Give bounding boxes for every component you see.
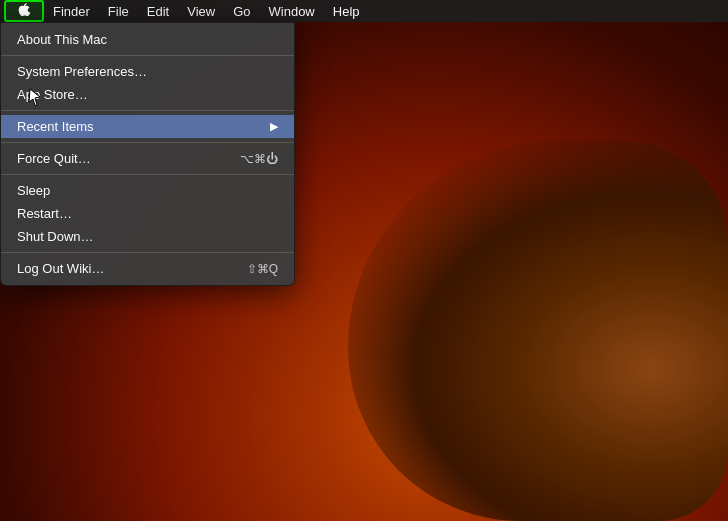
menu-separator-2	[1, 110, 294, 111]
menu-item-system-prefs[interactable]: System Preferences…	[1, 60, 294, 83]
menubar-window[interactable]: Window	[260, 0, 324, 22]
apple-logo-icon	[17, 3, 31, 20]
menu-item-app-store-label: App Store…	[17, 87, 278, 102]
menu-separator-5	[1, 252, 294, 253]
menu-item-sleep-label: Sleep	[17, 183, 278, 198]
submenu-arrow-icon: ▶	[270, 120, 278, 133]
menu-item-system-prefs-label: System Preferences…	[17, 64, 278, 79]
menu-separator-1	[1, 55, 294, 56]
apple-dropdown-menu: About This Mac System Preferences… App S…	[0, 22, 295, 286]
menu-item-recent-items-label: Recent Items	[17, 119, 260, 134]
menu-item-about-label: About This Mac	[17, 32, 278, 47]
menubar: Finder File Edit View Go Window Help	[0, 0, 728, 22]
menu-item-about[interactable]: About This Mac	[1, 28, 294, 51]
menu-item-sleep[interactable]: Sleep	[1, 179, 294, 202]
menubar-finder[interactable]: Finder	[44, 0, 99, 22]
menu-item-app-store[interactable]: App Store…	[1, 83, 294, 106]
menu-item-shut-down[interactable]: Shut Down…	[1, 225, 294, 248]
menu-item-restart-label: Restart…	[17, 206, 278, 221]
menu-item-restart[interactable]: Restart…	[1, 202, 294, 225]
menu-separator-3	[1, 142, 294, 143]
menubar-go[interactable]: Go	[224, 0, 259, 22]
menu-item-force-quit[interactable]: Force Quit… ⌥⌘⏻	[1, 147, 294, 170]
menubar-edit[interactable]: Edit	[138, 0, 178, 22]
menu-item-recent-items[interactable]: Recent Items ▶	[1, 115, 294, 138]
menubar-view[interactable]: View	[178, 0, 224, 22]
menu-item-logout-label: Log Out Wiki…	[17, 261, 237, 276]
menu-item-logout[interactable]: Log Out Wiki… ⇧⌘Q	[1, 257, 294, 280]
menu-item-shut-down-label: Shut Down…	[17, 229, 278, 244]
menubar-file[interactable]: File	[99, 0, 138, 22]
menu-item-force-quit-label: Force Quit…	[17, 151, 230, 166]
apple-menu-button[interactable]	[4, 0, 44, 22]
menu-separator-4	[1, 174, 294, 175]
menubar-help[interactable]: Help	[324, 0, 369, 22]
menu-item-logout-shortcut: ⇧⌘Q	[247, 262, 278, 276]
menu-item-force-quit-shortcut: ⌥⌘⏻	[240, 152, 278, 166]
